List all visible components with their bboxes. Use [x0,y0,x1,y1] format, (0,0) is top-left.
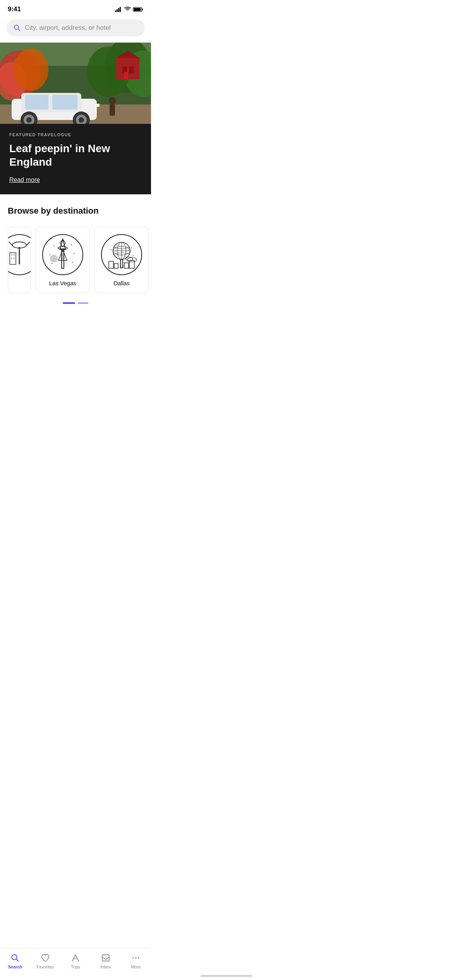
svg-rect-1 [117,9,118,12]
svg-rect-6 [134,8,141,11]
svg-rect-24 [25,95,48,110]
svg-point-12 [14,48,48,91]
read-more-link[interactable]: Read more [9,176,40,183]
svg-text:+: + [49,253,51,257]
svg-text:+: + [130,246,132,250]
svg-rect-42 [13,254,15,256]
svg-rect-20 [124,72,128,79]
svg-point-28 [26,117,32,123]
hero-section: FEATURED TRAVELOGUE Leaf peepin' in New … [0,43,151,194]
svg-text:+: + [132,254,134,257]
las-vegas-label: Las Vegas [49,280,76,286]
browse-section: Browse by destination [0,194,151,318]
chicago-icon [8,233,31,276]
svg-rect-2 [118,8,119,12]
svg-rect-25 [52,95,77,110]
svg-rect-34 [110,104,115,116]
scroll-indicators [0,299,151,312]
svg-text:+: + [72,261,74,264]
svg-rect-5 [142,9,143,10]
search-bar-container: City, airport, address, or hotel [0,16,151,43]
dest-card-chicago-partial[interactable] [8,227,31,293]
battery-icon [133,7,143,12]
status-time: 9:41 [8,5,21,13]
svg-text:+: + [53,244,55,248]
search-bar[interactable]: City, airport, address, or hotel [6,19,145,36]
travelogue-card: FEATURED TRAVELOGUE Leaf peepin' in New … [0,124,151,194]
scroll-dot-2 [77,302,88,304]
svg-rect-32 [95,104,100,107]
wifi-icon [124,7,131,12]
svg-point-33 [109,97,116,104]
hero-image [0,43,151,124]
bottom-spacer [0,333,151,368]
featured-label: FEATURED TRAVELOGUE [9,132,142,137]
scroll-dot-1 [63,302,75,304]
status-bar: 9:41 [0,0,151,16]
las-vegas-icon: + + + + + + [41,233,84,276]
svg-rect-19 [129,67,134,74]
svg-text:+: + [70,243,72,247]
svg-rect-44 [13,257,15,259]
hero-scene [0,43,151,124]
destinations-scroll[interactable]: + + + + + + Las Vegas [0,224,151,299]
search-bar-icon [13,24,21,32]
svg-text:+: + [110,248,112,252]
svg-rect-43 [11,257,12,259]
svg-rect-3 [120,7,121,12]
svg-point-58 [50,255,58,262]
svg-point-31 [79,117,84,123]
status-icons [115,7,143,12]
dallas-label: Dallas [113,280,130,286]
travelogue-title: Leaf peepin' in New England [9,142,142,169]
dest-card-dallas[interactable]: + + + Dallas [94,227,149,293]
search-placeholder: City, airport, address, or hotel [25,24,111,32]
browse-title: Browse by destination [0,206,151,216]
spacer [0,318,151,333]
dallas-icon: + + + [100,233,143,276]
dest-card-las-vegas[interactable]: + + + + + + Las Vegas [36,227,90,293]
svg-rect-0 [115,10,116,12]
svg-text:+: + [73,252,75,255]
svg-rect-41 [11,254,12,256]
signal-icon [115,7,122,12]
